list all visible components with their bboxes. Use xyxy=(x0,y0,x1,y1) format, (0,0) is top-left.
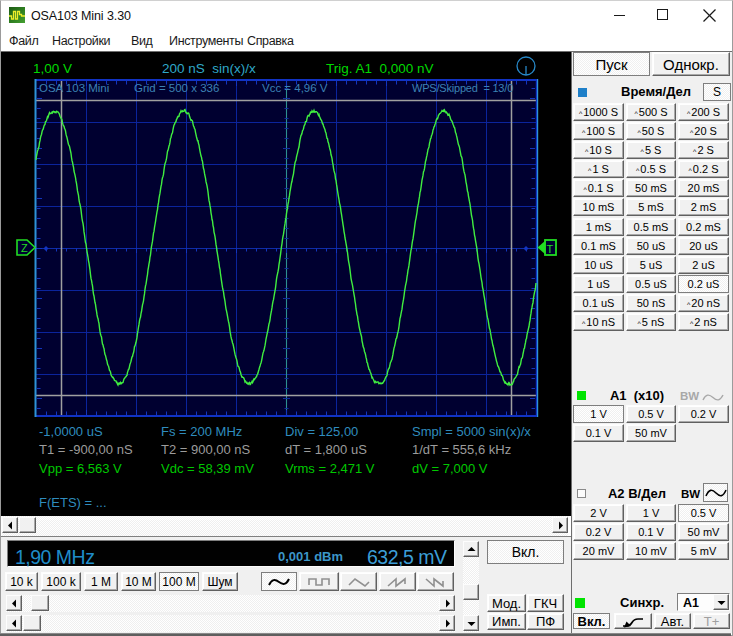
svg-text:Z: Z xyxy=(21,242,28,254)
svg-text:T: T xyxy=(547,243,554,255)
